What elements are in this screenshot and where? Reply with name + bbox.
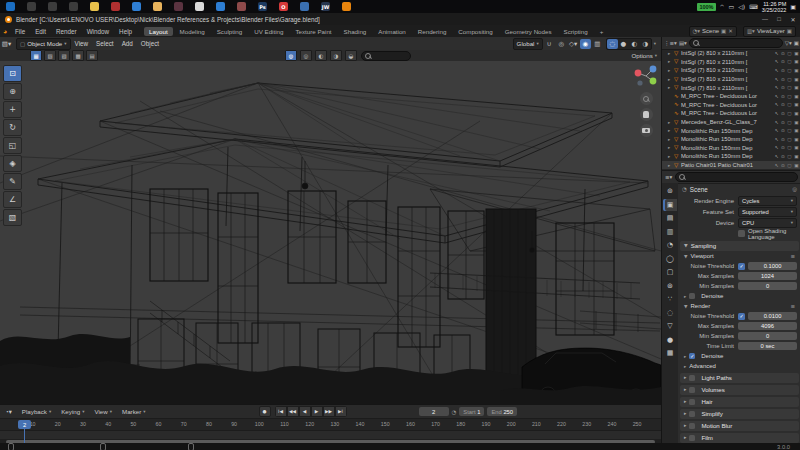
viewport-tool-button[interactable]: ⊕ [3,83,22,100]
visibility-toggle-icons[interactable]: ↖ ⊙ ▢ ▣ [775,94,800,99]
overlays-toggle-icon[interactable]: ◉ [580,39,591,49]
select-mode-invert-button[interactable]: ▩ [72,50,84,61]
properties-editor-icon[interactable]: ≡▾ [665,174,672,180]
speaker-icon[interactable]: ◁) [738,3,745,10]
rd-min-samples-field[interactable]: 0 [738,332,797,340]
taskbar-app-icon[interactable]: JW [321,2,330,11]
outliner-filter-collection-icon[interactable]: ▤▾ [679,40,687,46]
playback-button[interactable]: ▶ [311,406,323,417]
taskbar-app-icon[interactable] [6,2,15,11]
taskbar-app-icon[interactable] [195,2,204,11]
taskbar-app-icon[interactable]: Ps [258,2,267,11]
feature-set-dropdown[interactable]: Supported▾ [738,207,797,217]
pin-icon[interactable]: ◎ [792,186,797,192]
osl-checkbox[interactable] [738,230,745,237]
workspace-tab[interactable]: Sculpting [212,27,247,36]
menu-item[interactable]: Window [82,28,114,35]
playback-button[interactable]: ▶▶ [323,406,335,417]
xray-toggle-icon[interactable]: ▥ [592,39,603,49]
workspace-tab[interactable]: Texture Paint [290,27,336,36]
workspace-tab[interactable]: Animation [373,27,411,36]
playback-button[interactable]: ◀◀ [287,406,299,417]
editor-type-icon[interactable]: ▧▾ [1,39,12,49]
snap-magnet-icon[interactable]: ∪ [544,39,555,49]
collapsed-panel-header[interactable]: ▸ Volumes [680,385,799,396]
shading-dropdown-icon[interactable]: ▾ [652,41,658,46]
current-frame-field[interactable]: 2 [419,407,449,416]
collapsed-panel-header[interactable]: ▸ Film [680,433,799,444]
filter-toggle-icon-1[interactable]: ◍ [285,50,297,61]
taskbar-app-icon[interactable] [69,2,78,11]
properties-tab[interactable]: ▤ [663,212,677,224]
presets-icon[interactable]: ≡ [790,303,795,309]
taskbar-app-icon[interactable] [300,2,309,11]
vp-noise-threshold-checkbox[interactable]: ✓ [738,263,745,270]
add-workspace-button[interactable]: + [595,27,609,36]
taskbar-app-icon[interactable] [342,2,351,11]
zoom-button[interactable] [640,92,653,105]
notifications-icon[interactable]: ▣ [790,3,796,10]
taskbar-app-icon[interactable]: O [279,2,288,11]
battery-icon[interactable]: ▭ [729,3,735,10]
outliner-filter-icon[interactable]: ▽▾ [785,40,792,46]
minimize-button[interactable]: — [758,14,772,25]
outliner-item[interactable]: ▸ IntSgl (7) 810 x 2110mm [ ↖ ⊙ ▢ ▣ [662,83,800,92]
viewport-tool-button[interactable]: ◈ [3,155,22,172]
outliner-search-input[interactable] [689,38,783,48]
device-dropdown[interactable]: CPU▾ [738,218,797,228]
visibility-toggle-icons[interactable]: ↖ ⊙ ▢ ▣ [775,137,800,142]
workspace-tab[interactable]: Compositing [453,27,497,36]
workspace-tab[interactable]: Rendering [413,27,452,36]
shading-mode-button[interactable]: ● [618,39,629,49]
playback-button[interactable]: ▶I [335,406,347,417]
properties-tab[interactable]: ▢ [663,266,677,278]
timeline-editor-icon[interactable]: ◔▾ [0,408,17,415]
properties-tab[interactable]: ⊚ [663,185,677,197]
taskbar-app-icon[interactable] [153,2,162,11]
workspace-tab[interactable]: Layout [144,27,173,36]
outliner-item[interactable]: ▸ Monolithic Run 150mm Dep ↖ ⊙ ▢ ▣ [662,135,800,144]
viewport-tool-button[interactable]: ◱ [3,137,22,154]
rd-max-samples-field[interactable]: 4096 [738,322,797,330]
maximize-button[interactable]: □ [772,14,786,25]
advanced-subpanel[interactable]: ▸Advanced [678,361,800,371]
viewport-menu-item[interactable]: Object [137,40,163,47]
vp-denoise-checkbox[interactable] [689,293,695,299]
viewport-tool-button[interactable]: ⊡ [3,65,22,82]
taskbar-app-icon[interactable] [132,2,141,11]
vp-min-samples-field[interactable]: 0 [738,282,797,290]
filter-toggle-icon-4[interactable]: ◑ [330,50,342,61]
visibility-toggle-icons[interactable]: ↖ ⊙ ▢ ▣ [775,85,800,90]
unlink-scene-icon[interactable]: ✕ [728,28,733,34]
panel-checkbox[interactable] [689,375,695,381]
taskbar-app-icon[interactable] [111,2,120,11]
playback-button[interactable]: ◀ [299,406,311,417]
panel-checkbox[interactable] [689,387,695,393]
collapsed-panel-header[interactable]: ▸ Simplify [680,409,799,420]
properties-tab[interactable]: ▥ [663,226,677,238]
mode-dropdown[interactable]: ▢ Object Mode▾ [16,38,71,50]
panel-checkbox[interactable] [689,411,695,417]
select-mode-subtract-button[interactable]: ▨ [58,50,70,61]
collapsed-panel-header[interactable]: ▸ Light Paths [680,373,799,384]
sampling-panel-header[interactable]: ▼Sampling [680,241,799,252]
blender-menu-icon[interactable]: ◕ [0,28,10,35]
viewport-menu-item[interactable]: View [71,40,93,47]
visibility-toggle-icons[interactable]: ↖ ⊙ ▢ ▣ [775,102,800,107]
rd-noise-threshold-checkbox[interactable]: ✓ [738,313,745,320]
visibility-toggle-icons[interactable]: ↖ ⊙ ▢ ▣ [775,111,800,116]
new-collection-icon[interactable]: ▣ [794,40,799,46]
visibility-toggle-icons[interactable]: ↖ ⊙ ▢ ▣ [775,163,800,168]
close-button[interactable]: ✕ [786,14,800,25]
menu-item[interactable]: Help [114,28,137,35]
outliner-item[interactable]: M_RPC Tree - Deciduous Lor ↖ ⊙ ▢ ▣ [662,101,800,110]
render-engine-dropdown[interactable]: Cycles▾ [738,196,797,206]
presets-icon[interactable]: ≡ [790,253,795,259]
select-mode-extend-button[interactable]: ▧ [44,50,56,61]
select-mode-intersect-button[interactable]: ▤ [86,50,98,61]
outliner-display-mode-icon[interactable]: ⋮≡▾ [664,40,677,46]
workspace-tab[interactable]: Shading [339,27,372,36]
timeline-ruler[interactable]: 1020304050607080901001101201301401501601… [0,419,661,431]
new-scene-icon[interactable]: ▣ [721,28,726,34]
outliner-item[interactable]: ▸ IntSgl (7) 810 x 2110mm [ ↖ ⊙ ▢ ▣ [662,66,800,75]
